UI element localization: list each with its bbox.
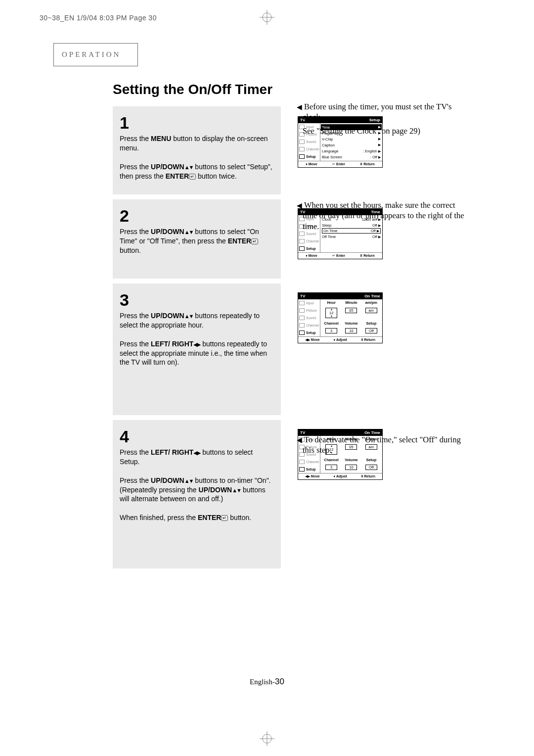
step-number: 4 <box>120 428 272 445</box>
text: Press the <box>120 448 151 456</box>
updown-label: UP/DOWN <box>151 476 184 484</box>
crop-mark-top <box>260 10 274 25</box>
enter-icon: ↵ <box>251 238 258 244</box>
side-note-2: ◀When you set the hours, make sure the c… <box>297 200 470 235</box>
note-arrow-icon: ◀ <box>297 202 302 209</box>
text: Press the <box>120 228 151 236</box>
page-title: Setting the On/Off Timer <box>113 82 479 97</box>
step-number: 3 <box>120 291 272 308</box>
updown-label: UP/DOWN <box>199 486 232 494</box>
up-down-icon: ▲▼ <box>184 164 193 170</box>
page-footer: English-30 <box>250 677 284 687</box>
left-right-icon: ◀▶ <box>193 450 200 456</box>
note-arrow-icon: ◀ <box>297 103 302 111</box>
text: When finished, press the <box>120 514 198 521</box>
side-note-1: ◀Before using the timer, you must set th… <box>297 101 470 139</box>
text: Press the <box>120 312 151 320</box>
step-number: 2 <box>120 207 272 224</box>
text: button twice. <box>196 172 237 180</box>
enter-icon: ↵ <box>189 174 196 180</box>
up-down-icon: ▲▼ <box>184 229 193 235</box>
text: Press the <box>120 163 151 171</box>
enter-icon: ↵ <box>221 515 228 521</box>
leftright-label: LEFT/ RIGHT <box>151 340 193 348</box>
crop-mark-bottom <box>260 731 274 746</box>
text: Press the <box>120 476 151 484</box>
enter-label: ENTER <box>166 172 189 180</box>
step-4: 4 Press the LEFT/ RIGHT◀▶ buttons to sel… <box>113 420 281 568</box>
enter-label: ENTER <box>198 514 221 521</box>
left-right-icon: ◀▶ <box>193 341 200 347</box>
text: Press the <box>120 135 151 142</box>
section-heading: Operation <box>53 43 138 66</box>
step-2: 2 Press the UP/DOWN▲▼ buttons to select … <box>113 199 281 279</box>
step-1: 1 Press the MENU button to display the o… <box>113 106 281 194</box>
enter-label: ENTER <box>228 237 251 245</box>
text: Press the <box>120 340 151 348</box>
text: button. <box>228 514 251 521</box>
updown-label: UP/DOWN <box>151 163 184 171</box>
note-arrow-icon: ◀ <box>297 436 302 444</box>
side-note-3: ◀To deactivate the "On time," select "Of… <box>297 434 470 459</box>
leftright-label: LEFT/ RIGHT <box>151 448 193 456</box>
step-3: 3 Press the UP/DOWN▲▼ buttons repeatedly… <box>113 284 281 415</box>
menu-label: MENU <box>151 135 171 142</box>
osd-ontime-menu: TVOn Time Input Picture Sound Channel Se… <box>298 292 383 343</box>
step-number: 1 <box>120 114 272 131</box>
updown-label: UP/DOWN <box>151 312 184 320</box>
up-down-icon: ▲▼ <box>184 478 193 484</box>
up-down-icon: ▲▼ <box>184 313 193 319</box>
text: button. <box>120 246 141 254</box>
up-down-icon: ▲▼ <box>232 487 241 493</box>
print-header: 30~38_EN 1/9/04 8:03 PM Page 30 <box>40 14 157 22</box>
updown-label: UP/DOWN <box>151 228 184 236</box>
